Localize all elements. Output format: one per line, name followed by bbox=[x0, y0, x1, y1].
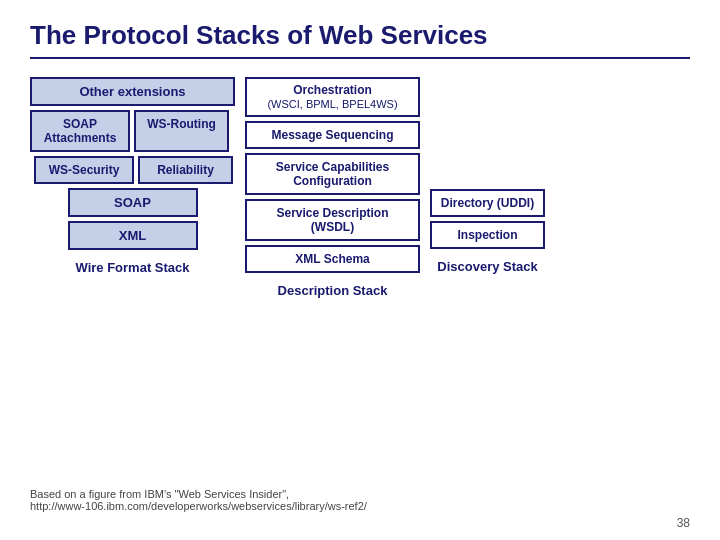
security-reliability-row: WS-Security Reliability bbox=[30, 156, 235, 184]
orchestration-title: Orchestration bbox=[293, 83, 372, 97]
service-description-box: Service Description (WSDL) bbox=[245, 199, 420, 241]
other-extensions-box: Other extensions bbox=[30, 77, 235, 106]
xml-box: XML bbox=[68, 221, 198, 250]
xml-schema-box: XML Schema bbox=[245, 245, 420, 273]
page-number: 38 bbox=[677, 516, 690, 530]
page-title: The Protocol Stacks of Web Services bbox=[30, 20, 690, 59]
soap-attachments-box: SOAP Attachments bbox=[30, 110, 130, 152]
footnote-line2: http://www-106.ibm.com/developerworks/we… bbox=[30, 500, 367, 512]
footnote-line1: Based on a figure from IBM's "Web Servic… bbox=[30, 488, 367, 500]
ws-security-box: WS-Security bbox=[34, 156, 134, 184]
description-label: Description Stack bbox=[278, 283, 388, 298]
directory-uddi-box: Directory (UDDI) bbox=[430, 189, 545, 217]
message-sequencing-box: Message Sequencing bbox=[245, 121, 420, 149]
discovery-label: Discovery Stack bbox=[437, 259, 537, 274]
service-description-text: Service Description (WSDL) bbox=[276, 206, 388, 234]
reliability-box: Reliability bbox=[138, 156, 233, 184]
orchestration-sub: (WSCI, BPML, BPEL4WS) bbox=[267, 98, 397, 110]
footnote: Based on a figure from IBM's "Web Servic… bbox=[30, 488, 367, 512]
attachments-routing-row: SOAP Attachments WS-Routing bbox=[30, 110, 235, 152]
slide: The Protocol Stacks of Web Services Othe… bbox=[0, 0, 720, 540]
stacks-container: Other extensions SOAP Attachments WS-Rou… bbox=[30, 77, 690, 298]
wire-format-stack: Other extensions SOAP Attachments WS-Rou… bbox=[30, 77, 235, 298]
service-capabilities-box: Service Capabilities Configuration bbox=[245, 153, 420, 195]
soap-box: SOAP bbox=[68, 188, 198, 217]
orchestration-box: Orchestration (WSCI, BPML, BPEL4WS) bbox=[245, 77, 420, 117]
ws-routing-box: WS-Routing bbox=[134, 110, 229, 152]
discovery-stack: Directory (UDDI) Inspection Discovery St… bbox=[430, 77, 545, 298]
inspection-box: Inspection bbox=[430, 221, 545, 249]
wire-format-label: Wire Format Stack bbox=[75, 260, 189, 275]
description-stack: Orchestration (WSCI, BPML, BPEL4WS) Mess… bbox=[245, 77, 420, 298]
